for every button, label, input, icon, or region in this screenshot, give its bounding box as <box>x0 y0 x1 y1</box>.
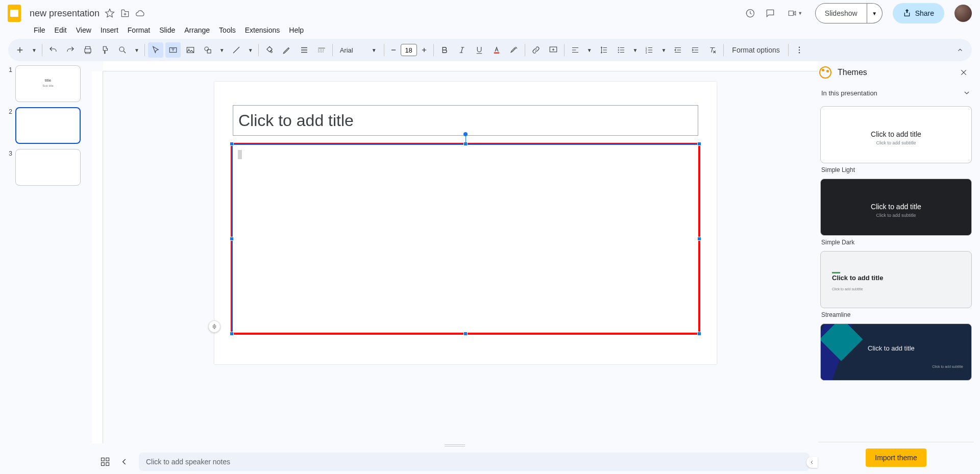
resize-handle-sw[interactable] <box>230 332 234 336</box>
zoom-button[interactable] <box>115 42 130 58</box>
menu-file[interactable]: File <box>30 24 50 36</box>
themes-list[interactable]: Click to add title Click to add subtitle… <box>818 102 974 442</box>
cloud-status-icon[interactable] <box>135 8 145 18</box>
menu-format[interactable]: Format <box>124 24 154 36</box>
text-color-button[interactable] <box>489 42 504 58</box>
notes-resize-handle[interactable] <box>445 444 465 446</box>
autofit-button[interactable] <box>208 320 220 333</box>
print-button[interactable] <box>80 42 95 58</box>
resize-handle-w[interactable] <box>230 237 234 241</box>
explore-tab[interactable] <box>806 457 818 468</box>
line-tool[interactable] <box>229 42 244 58</box>
close-panel-button[interactable] <box>958 66 970 79</box>
share-button[interactable]: Share <box>893 3 944 23</box>
account-avatar[interactable] <box>954 5 972 22</box>
comments-icon[interactable] <box>765 8 775 18</box>
menu-arrange[interactable]: Arrange <box>180 24 214 36</box>
menu-view[interactable]: View <box>72 24 95 36</box>
slideshow-button[interactable]: Slideshow <box>815 3 867 23</box>
star-icon[interactable] <box>105 8 115 18</box>
title-placeholder[interactable]: Click to add title <box>233 105 698 136</box>
shape-tool[interactable] <box>200 42 215 58</box>
menu-slide[interactable]: Slide <box>155 24 179 36</box>
collapse-toolbar-button[interactable] <box>952 42 968 58</box>
theme-simple-dark[interactable]: Click to add title Click to add subtitle… <box>820 179 972 247</box>
textbox-tool[interactable] <box>165 42 181 58</box>
body-placeholder[interactable] <box>233 145 698 333</box>
resize-handle-s[interactable] <box>463 332 468 336</box>
bulleted-list-button[interactable] <box>614 42 629 58</box>
resize-handle-nw[interactable] <box>230 142 234 146</box>
format-options-button[interactable]: Format options <box>727 44 785 56</box>
doc-title[interactable]: new presentation <box>30 8 100 19</box>
resize-handle-se[interactable] <box>697 332 701 336</box>
line-spacing-button[interactable] <box>596 42 611 58</box>
align-button[interactable] <box>568 42 583 58</box>
slideshow-dropdown[interactable]: ▼ <box>867 3 883 23</box>
image-tool[interactable] <box>183 42 198 58</box>
slide-canvas[interactable]: Click to add title <box>214 82 717 364</box>
collapse-filmstrip-button[interactable] <box>119 457 130 467</box>
font-size-input[interactable] <box>401 44 417 56</box>
history-icon[interactable] <box>745 8 755 18</box>
rotate-handle[interactable] <box>463 132 468 136</box>
menu-help[interactable]: Help <box>285 24 308 36</box>
fill-color-button[interactable] <box>262 42 277 58</box>
italic-button[interactable] <box>454 42 470 58</box>
border-dash-button[interactable] <box>314 42 329 58</box>
font-family-select[interactable]: Arial▼ <box>336 44 381 56</box>
line-dropdown[interactable]: ▼ <box>246 45 255 55</box>
new-slide-button[interactable] <box>12 42 28 58</box>
increase-font-button[interactable] <box>418 44 430 56</box>
border-color-button[interactable] <box>279 42 295 58</box>
ruler-vertical[interactable] <box>92 71 103 443</box>
bold-button[interactable] <box>437 42 452 58</box>
import-theme-button[interactable]: Import theme <box>866 448 926 467</box>
move-icon[interactable] <box>120 8 130 18</box>
zoom-dropdown[interactable]: ▼ <box>132 45 141 55</box>
menu-edit[interactable]: Edit <box>51 24 71 36</box>
highlight-button[interactable] <box>506 42 522 58</box>
grid-view-button[interactable] <box>100 457 110 467</box>
increase-indent-button[interactable] <box>688 42 703 58</box>
slide-thumb-3[interactable]: 3 <box>5 149 87 186</box>
menu-insert[interactable]: Insert <box>96 24 122 36</box>
select-tool[interactable] <box>148 42 163 58</box>
underline-button[interactable] <box>472 42 487 58</box>
new-slide-dropdown[interactable]: ▼ <box>30 45 39 55</box>
decrease-font-button[interactable] <box>387 44 400 56</box>
theme-focus[interactable]: Click to add title Click to add subtitle <box>820 323 972 381</box>
resize-handle-ne[interactable] <box>697 142 701 146</box>
speaker-notes-input[interactable]: Click to add speaker notes <box>139 453 810 471</box>
meet-icon[interactable]: ▼ <box>786 8 805 18</box>
paint-format-button[interactable] <box>97 42 113 58</box>
slide-thumb-2[interactable]: 2 <box>5 107 87 144</box>
theme-streamline[interactable]: Click to add title Click to add subtitle… <box>820 251 972 319</box>
ruler-horizontal[interactable] <box>103 61 818 71</box>
svg-point-16 <box>799 52 800 53</box>
numbered-dropdown[interactable]: ▼ <box>659 45 668 55</box>
resize-handle-e[interactable] <box>697 237 701 241</box>
more-tools-button[interactable] <box>792 42 807 58</box>
slide-thumb-1[interactable]: 1 title Sub title <box>5 65 87 102</box>
border-weight-button[interactable] <box>297 42 312 58</box>
filmstrip[interactable]: 1 title Sub title 2 3 <box>0 61 92 474</box>
slideshow-group: Slideshow ▼ <box>815 3 883 23</box>
shape-dropdown[interactable]: ▼ <box>217 45 227 55</box>
decrease-indent-button[interactable] <box>670 42 685 58</box>
insert-comment-button[interactable] <box>546 42 561 58</box>
bulleted-dropdown[interactable]: ▼ <box>631 45 640 55</box>
numbered-list-button[interactable]: 123 <box>642 42 657 58</box>
menu-extensions[interactable]: Extensions <box>241 24 284 36</box>
align-dropdown[interactable]: ▼ <box>585 45 594 55</box>
insert-link-button[interactable] <box>528 42 544 58</box>
undo-button[interactable] <box>45 42 61 58</box>
svg-rect-6 <box>494 53 499 54</box>
app-logo[interactable] <box>4 3 24 23</box>
theme-simple-light[interactable]: Click to add title Click to add subtitle… <box>820 106 972 174</box>
redo-button[interactable] <box>63 42 78 58</box>
clear-formatting-button[interactable] <box>705 42 720 58</box>
canvas-scroll[interactable]: Click to add title <box>103 71 818 443</box>
themes-section-toggle[interactable]: In this presentation <box>818 84 974 102</box>
menu-tools[interactable]: Tools <box>215 24 240 36</box>
